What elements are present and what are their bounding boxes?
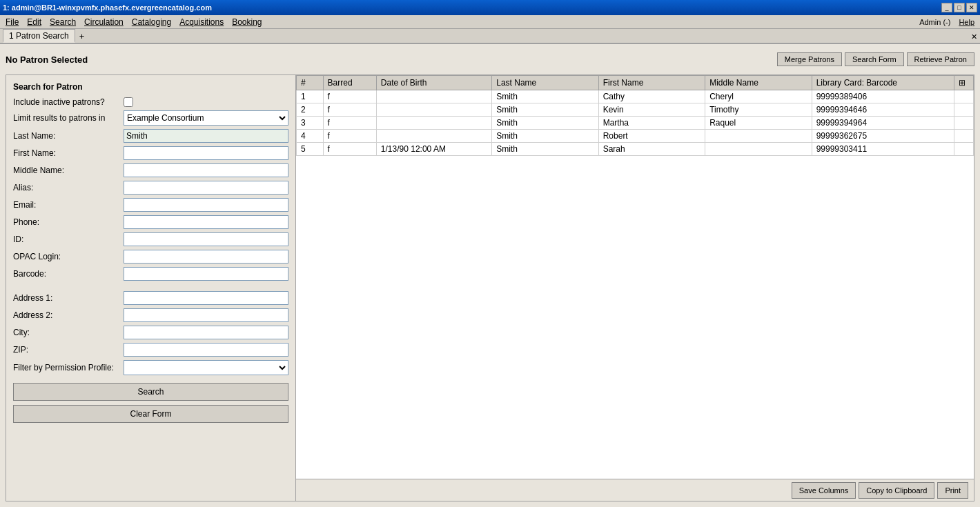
- menu-booking[interactable]: Booking: [228, 16, 266, 28]
- table-row[interactable]: 4fSmithRobert99999362675: [297, 130, 974, 143]
- cell-row3-col5: [705, 130, 812, 143]
- zip-row: ZIP:: [13, 343, 288, 357]
- alias-input[interactable]: [124, 181, 288, 195]
- menu-circulation[interactable]: Circulation: [80, 16, 128, 28]
- tab-patron-search[interactable]: 1 Patron Search: [3, 29, 75, 43]
- lastname-input[interactable]: [124, 129, 288, 143]
- limit-results-label: Limit results to patrons in: [13, 113, 124, 123]
- cell-row1-col3: Smith: [492, 103, 598, 117]
- tab-patron-search-label: 1 Patron Search: [9, 31, 69, 41]
- cell-row2-col1: f: [323, 117, 376, 130]
- firstname-input[interactable]: [124, 146, 288, 160]
- address2-input[interactable]: [124, 308, 288, 322]
- clear-form-button[interactable]: Clear Form: [13, 405, 288, 423]
- cell-expand: [954, 103, 973, 117]
- cell-row2-col5: Raquel: [705, 117, 812, 130]
- copy-clipboard-button[interactable]: Copy to Clipboard: [859, 482, 934, 499]
- cell-row0-col1: f: [323, 90, 376, 103]
- include-inactive-label: Include inactive patrons?: [13, 97, 124, 107]
- zip-label: ZIP:: [13, 345, 124, 355]
- cell-row4-col5: [705, 143, 812, 156]
- table-row[interactable]: 5f1/13/90 12:00 AMSmithSarah99999303411: [297, 143, 974, 156]
- city-row: City:: [13, 326, 288, 339]
- phone-input[interactable]: [124, 215, 288, 229]
- col-header-barred[interactable]: Barred: [323, 76, 376, 90]
- barcode-input[interactable]: [124, 267, 288, 281]
- middlename-label: Middle Name:: [13, 166, 124, 175]
- id-input[interactable]: [124, 232, 288, 246]
- zip-input[interactable]: [124, 343, 288, 357]
- address1-label: Address 1:: [13, 293, 124, 303]
- include-inactive-checkbox[interactable]: [124, 97, 133, 107]
- results-panel: # Barred Date of Birth Last Name First N…: [296, 75, 974, 501]
- barcode-label: Barcode:: [13, 269, 124, 279]
- limit-results-row: Limit results to patrons in Example Cons…: [13, 110, 288, 126]
- cell-row3-col2: [376, 130, 491, 143]
- cell-row1-col5: Timothy: [705, 103, 812, 117]
- email-input[interactable]: [124, 198, 288, 212]
- help-label[interactable]: Help: [954, 18, 979, 26]
- limit-results-select[interactable]: Example Consortium: [124, 110, 288, 126]
- city-label: City:: [13, 328, 124, 337]
- menu-file[interactable]: File: [1, 16, 23, 28]
- cell-row1-col2: [376, 103, 491, 117]
- title-bar-controls: _ □ ✕: [941, 3, 977, 12]
- search-form-button[interactable]: Search Form: [845, 52, 904, 66]
- cell-row4-col0: 5: [297, 143, 324, 156]
- city-input[interactable]: [124, 326, 288, 339]
- cell-row3-col3: Smith: [492, 130, 598, 143]
- bottom-bar: Save Columns Copy to Clipboard Print: [296, 479, 974, 501]
- col-header-middlename[interactable]: Middle Name: [705, 76, 812, 90]
- minimize-button[interactable]: _: [941, 3, 952, 12]
- col-header-dob[interactable]: Date of Birth: [376, 76, 491, 90]
- tab-add-button[interactable]: +: [75, 30, 89, 43]
- alias-row: Alias:: [13, 181, 288, 195]
- cell-row1-col0: 2: [297, 103, 324, 117]
- admin-label[interactable]: Admin (-): [915, 18, 954, 26]
- middlename-row: Middle Name:: [13, 163, 288, 177]
- print-button[interactable]: Print: [937, 482, 968, 499]
- table-row[interactable]: 2fSmithKevinTimothy99999394646: [297, 103, 974, 117]
- id-label: ID:: [13, 235, 124, 244]
- table-row[interactable]: 1fSmithCathyCheryl99999389406: [297, 90, 974, 103]
- cell-row4-col3: Smith: [492, 143, 598, 156]
- cell-row3-col0: 4: [297, 130, 324, 143]
- col-header-num[interactable]: #: [297, 76, 324, 90]
- menu-acquisitions[interactable]: Acquisitions: [175, 16, 228, 28]
- opac-input[interactable]: [124, 250, 288, 264]
- cell-row3-col6: 99999362675: [812, 130, 954, 143]
- cell-row2-col3: Smith: [492, 117, 598, 130]
- retrieve-patron-button[interactable]: Retrieve Patron: [907, 52, 974, 66]
- content-area: Search for Patron Include inactive patro…: [6, 74, 974, 501]
- menu-cataloging[interactable]: Cataloging: [128, 16, 175, 28]
- cell-row0-col3: Smith: [492, 90, 598, 103]
- menu-edit[interactable]: Edit: [23, 16, 46, 28]
- col-header-expand[interactable]: ⊞: [954, 76, 973, 90]
- opac-row: OPAC Login:: [13, 250, 288, 264]
- lastname-row: Last Name:: [13, 129, 288, 143]
- middlename-input[interactable]: [124, 163, 288, 177]
- menu-search[interactable]: Search: [46, 16, 80, 28]
- save-columns-button[interactable]: Save Columns: [792, 482, 856, 499]
- no-patron-label: No Patron Selected: [6, 54, 88, 65]
- search-button[interactable]: Search: [13, 383, 288, 401]
- merge-patrons-button[interactable]: Merge Patrons: [777, 52, 842, 66]
- cell-row0-col4: Cathy: [598, 90, 705, 103]
- maximize-button[interactable]: □: [954, 3, 965, 12]
- cell-row2-col4: Martha: [598, 117, 705, 130]
- id-row: ID:: [13, 232, 288, 246]
- col-header-firstname[interactable]: First Name: [598, 76, 705, 90]
- tab-close-icon[interactable]: ✕: [971, 32, 977, 41]
- permission-row: Filter by Permission Profile:: [13, 360, 288, 375]
- close-button[interactable]: ✕: [966, 3, 977, 12]
- permission-select[interactable]: [124, 360, 288, 375]
- results-tbody: 1fSmithCathyCheryl999993894062fSmithKevi…: [297, 90, 974, 156]
- cell-expand: [954, 143, 973, 156]
- address1-input[interactable]: [124, 291, 288, 305]
- table-row[interactable]: 3fSmithMarthaRaquel99999394964: [297, 117, 974, 130]
- cell-row4-col1: f: [323, 143, 376, 156]
- col-header-barcode[interactable]: Library Card: Barcode: [812, 76, 954, 90]
- title-bar-text: 1: admin@BR1-winxpvmfx.phasefx.evergreen…: [3, 3, 212, 12]
- col-header-lastname[interactable]: Last Name: [492, 76, 598, 90]
- results-table: # Barred Date of Birth Last Name First N…: [296, 75, 974, 156]
